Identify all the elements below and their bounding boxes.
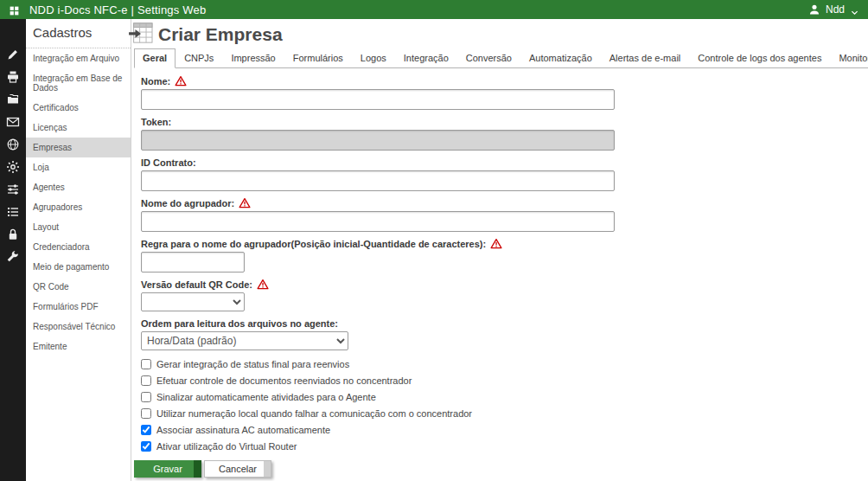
sidebar-item-loja[interactable]: Loja: [26, 157, 131, 177]
mail-icon[interactable]: [6, 115, 20, 129]
sidebar-item-meio-de-pagamento[interactable]: Meio de pagamento: [26, 257, 131, 277]
checkbox-input[interactable]: [141, 392, 151, 402]
tab-geral[interactable]: Geral: [134, 48, 176, 68]
list-icon[interactable]: [6, 205, 20, 219]
sidebar-item-formularios-pdf[interactable]: Formulários PDF: [26, 297, 131, 317]
tab-alertas-de-e-mail[interactable]: Alertas de e-mail: [601, 48, 690, 68]
sidebar-item-integracao-em-base-de-dados[interactable]: Integração em Base de Dados: [26, 68, 131, 98]
field-label-ordem-leitura-arquivos: Ordem para leitura dos arquivos no agent…: [141, 318, 338, 329]
user-menu[interactable]: Ndd: [808, 3, 859, 16]
criar-empresa-icon: [128, 22, 154, 48]
wrench-icon[interactable]: [6, 250, 20, 264]
checkbox-associar-assinatura-ac-automaticamente[interactable]: Associar assinatura AC automaticamente: [141, 424, 868, 435]
tab-formularios[interactable]: Formulários: [284, 48, 352, 68]
tab-automatizacao[interactable]: Automatização: [520, 48, 601, 68]
field-input-nome[interactable]: [141, 89, 615, 110]
sidebar-item-responsavel-tecnico[interactable]: Responsável Técnico: [26, 317, 131, 337]
page-title: Criar Empresa: [158, 24, 283, 45]
field-select-versao-default-qr-code[interactable]: [141, 292, 245, 311]
sidebar-item-layout[interactable]: Layout: [26, 217, 131, 237]
warning-icon: [175, 75, 187, 87]
sidebar: Cadastros Integração em ArquivoIntegraçã…: [26, 19, 131, 481]
cancel-button[interactable]: Cancelar: [204, 460, 271, 478]
sidebar-item-emitente[interactable]: Emitente: [26, 337, 131, 356]
tab-conversao[interactable]: Conversão: [457, 48, 520, 68]
tab-cnpjs[interactable]: CNPJs: [176, 48, 222, 68]
field-label-nome-do-agrupador: Nome do agrupador:: [141, 198, 234, 208]
checkbox-input[interactable]: [141, 441, 151, 452]
pencil-icon[interactable]: [6, 48, 20, 61]
sliders-icon[interactable]: [6, 183, 20, 196]
sidebar-heading: Cadastros: [26, 19, 131, 48]
checkbox-label: Efetuar controle de documentos reenviado…: [156, 375, 412, 386]
tab-bar: GeralCNPJsImpressãoFormuláriosLogosInteg…: [134, 48, 868, 68]
field-input-id-contrato[interactable]: [141, 170, 615, 191]
field-input-nome-do-agrupador[interactable]: [141, 211, 615, 232]
printer-icon[interactable]: [6, 70, 20, 84]
warning-icon: [257, 279, 269, 290]
checkbox-efetuar-controle-de-documentos-reenviados-no-concentrador[interactable]: Efetuar controle de documentos reenviado…: [141, 375, 868, 386]
field-input-token[interactable]: [141, 130, 615, 151]
lock-icon[interactable]: [6, 228, 20, 241]
warning-icon: [490, 238, 502, 249]
gear-icon[interactable]: [6, 160, 20, 174]
tab-logos[interactable]: Logos: [352, 48, 395, 68]
tab-monitoramento-do-agente[interactable]: Monitoramento do Agente: [830, 48, 868, 68]
checkbox-input[interactable]: [141, 425, 151, 435]
checkbox-input[interactable]: [141, 359, 151, 369]
tab-impressao[interactable]: Impressão: [222, 48, 284, 68]
page-header: Criar Empresa: [128, 19, 868, 47]
chevron-down-icon: [850, 5, 859, 15]
user-icon: [808, 3, 820, 16]
sidebar-item-agrupadores[interactable]: Agrupadores: [26, 197, 131, 217]
tab-controle-de-logs-dos-agentes[interactable]: Controle de logs dos agentes: [689, 48, 830, 68]
sidebar-item-agentes[interactable]: Agentes: [26, 177, 131, 197]
checkbox-label: Associar assinatura AC automaticamente: [156, 425, 330, 435]
field-label-id-contrato: ID Contrato:: [141, 157, 196, 168]
field-label-regra-nome-agrupador: Regra para o nome do agrupador(Posição i…: [141, 239, 486, 249]
field-label-versao-default-qr-code: Versão default QR Code:: [141, 279, 252, 290]
field-select-ordem-leitura-arquivos[interactable]: Hora/Data (padrão): [141, 331, 348, 350]
checkbox-group: Gerar integração de status final para re…: [141, 358, 868, 452]
sidebar-item-qr-code[interactable]: QR Code: [26, 277, 131, 297]
topbar: NDD i-Docs NFC-e | Settings Web Ndd: [0, 0, 868, 19]
tab-integracao[interactable]: Integração: [395, 48, 457, 68]
sidebar-menu: Integração em ArquivoIntegração em Base …: [26, 48, 131, 356]
form: Nome:Token:ID Contrato:Nome do agrupador…: [134, 68, 868, 478]
sidebar-item-integracao-em-arquivo[interactable]: Integração em Arquivo: [26, 48, 131, 68]
save-button[interactable]: Gravar: [134, 460, 201, 478]
checkbox-input[interactable]: [141, 375, 151, 386]
form-buttons: Gravar Cancelar: [134, 460, 868, 478]
checkbox-label: Sinalizar automaticamente atividades par…: [156, 392, 376, 402]
apps-grid-icon[interactable]: [9, 4, 20, 16]
checkbox-ativar-utilizacao-do-virtual-router[interactable]: Ativar utilização do Virtual Router: [141, 440, 868, 452]
globe-icon[interactable]: [6, 138, 20, 151]
field-label-token: Token:: [141, 117, 171, 127]
app-title: NDD i-Docs NFC-e | Settings Web: [29, 3, 206, 16]
checkbox-label: Gerar integração de status final para re…: [156, 359, 349, 369]
sidebar-item-empresas[interactable]: Empresas: [26, 138, 131, 157]
user-name: Ndd: [826, 3, 845, 16]
field-input-regra-nome-agrupador[interactable]: [141, 252, 245, 273]
sidebar-item-credenciadora[interactable]: Credenciadora: [26, 237, 131, 257]
checkbox-sinalizar-automaticamente-atividades-para-o-agente[interactable]: Sinalizar automaticamente atividades par…: [141, 391, 868, 402]
checkbox-gerar-integracao-de-status-final-para-reenvios[interactable]: Gerar integração de status final para re…: [141, 358, 868, 369]
warning-icon: [239, 197, 251, 208]
sidebar-item-certificados[interactable]: Certificados: [26, 98, 131, 118]
icon-strip: [0, 19, 26, 481]
form-fields: Nome:Token:ID Contrato:Nome do agrupador…: [141, 75, 868, 350]
checkbox-label: Utilizar numeração local quando falhar a…: [156, 408, 472, 419]
checkbox-label: Ativar utilização do Virtual Router: [156, 441, 297, 452]
sidebar-item-licencas[interactable]: Licenças: [26, 118, 131, 138]
checkbox-input[interactable]: [141, 408, 151, 419]
main-content: Criar Empresa GeralCNPJsImpressãoFormulá…: [131, 19, 868, 481]
folders-icon[interactable]: [6, 93, 20, 106]
field-label-nome: Nome:: [141, 76, 170, 87]
checkbox-utilizar-numeracao-local-quando-falhar-a-comunicacao-com-o-concentrador[interactable]: Utilizar numeração local quando falhar a…: [141, 407, 868, 419]
